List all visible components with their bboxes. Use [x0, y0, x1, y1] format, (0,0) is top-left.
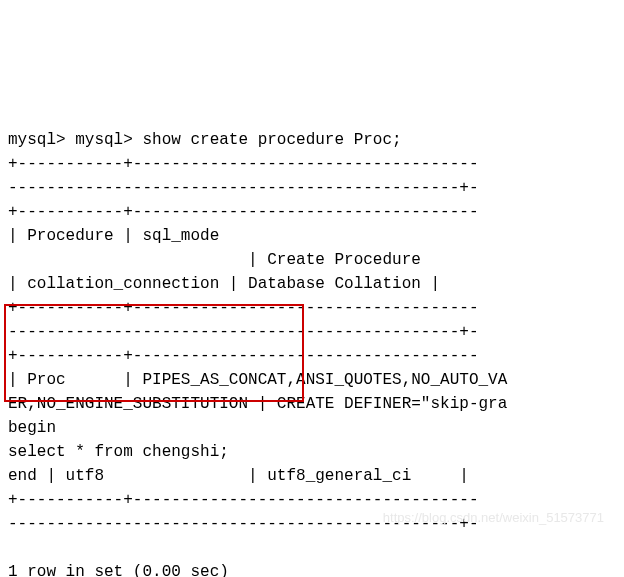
separator-line: ----------------------------------------…: [8, 323, 478, 341]
result-summary: 1 row in set (0.00 sec): [8, 563, 229, 577]
separator-line: ----------------------------------------…: [8, 179, 478, 197]
header-procedure: | Procedure | sql_mode: [8, 227, 219, 245]
separator-line: +-----------+---------------------------…: [8, 203, 478, 221]
terminal-output: mysql> mysql> show create procedure Proc…: [8, 104, 616, 577]
data-proc-row: | Proc | PIPES_AS_CONCAT,ANSI_QUOTES,NO_…: [8, 371, 507, 389]
header-create-procedure: | Create Procedure: [8, 251, 421, 269]
data-begin-row: begin: [8, 419, 56, 437]
data-select-row: select * from chengshi;: [8, 443, 229, 461]
separator-line: +-----------+---------------------------…: [8, 155, 478, 173]
separator-line: +-----------+---------------------------…: [8, 347, 478, 365]
data-engine-row: ER,NO_ENGINE_SUBSTITUTION | CREATE DEFIN…: [8, 395, 507, 413]
separator-line: +-----------+---------------------------…: [8, 299, 478, 317]
data-end-row: end | utf8 | utf8_general_ci |: [8, 467, 469, 485]
prompt-line: mysql> mysql> show create procedure Proc…: [8, 131, 402, 149]
header-collation: | collation_connection | Database Collat…: [8, 275, 440, 293]
separator-line: +-----------+---------------------------…: [8, 491, 478, 509]
watermark-text: https://blog.csdn.net/weixin_51573771: [383, 508, 604, 528]
